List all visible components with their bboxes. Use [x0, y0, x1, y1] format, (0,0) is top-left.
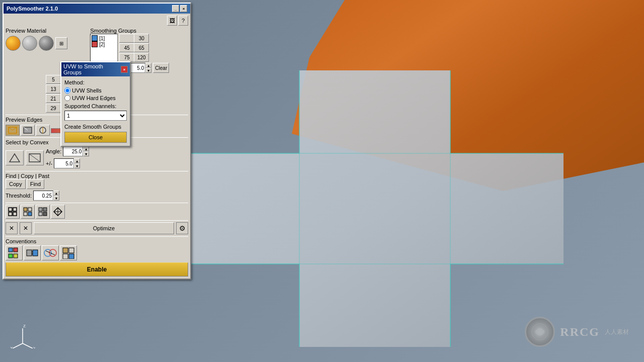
- sg-btn-120[interactable]: 120: [134, 53, 149, 62]
- find-copy-row: Copy Find: [6, 179, 188, 189]
- angle-row: Angle: ▲ ▼: [46, 146, 89, 156]
- uvw-close-button[interactable]: ×: [121, 66, 128, 73]
- svg-rect-48: [63, 254, 68, 259]
- sg-21[interactable]: 21: [46, 94, 61, 103]
- threshold-spinner: ▲ ▼: [33, 191, 59, 201]
- pm-up[interactable]: ▲: [74, 158, 80, 163]
- preview-material-row: ⊞: [6, 36, 87, 51]
- create-sg-label: Create Smooth Groups: [64, 124, 127, 130]
- conv-btn-2[interactable]: [24, 245, 41, 260]
- convex-btn-2[interactable]: [26, 150, 44, 165]
- orange-terrain: [292, 0, 644, 191]
- sg-btn-45[interactable]: 45: [119, 43, 134, 52]
- pe-btn-1[interactable]: [6, 125, 20, 136]
- sg-num-grid-small: 30 45 65 75 120: [119, 34, 148, 62]
- gear-icon-btn[interactable]: ⚙: [176, 222, 188, 234]
- radio-uvw-hard-edges: UVW Hard Edges: [64, 95, 127, 101]
- pe-btn-2[interactable]: [21, 125, 35, 136]
- sg-swatch-1: [92, 35, 98, 41]
- svg-rect-38: [14, 254, 18, 258]
- threshold-up[interactable]: ▲: [53, 191, 59, 196]
- material-ball-dark[interactable]: [39, 36, 54, 51]
- watermark-subtext: 人人素材: [605, 328, 629, 336]
- conv-btn-3[interactable]: [42, 245, 59, 260]
- divider-5: [6, 220, 188, 221]
- close-button[interactable]: ×: [180, 5, 187, 12]
- svg-rect-22: [13, 208, 17, 211]
- svg-rect-32: [43, 212, 47, 216]
- material-ball-orange[interactable]: [6, 36, 21, 51]
- minimize-button[interactable]: _: [172, 5, 179, 12]
- sg-btn-75[interactable]: 75: [119, 53, 134, 62]
- pm-down[interactable]: ▼: [74, 163, 80, 168]
- sg-29[interactable]: 29: [46, 104, 61, 113]
- uvw-title-text: UVW to Smooth Groups: [63, 63, 121, 75]
- svg-line-13: [9, 127, 13, 130]
- title-bar: PolySmoother 2.1.0 _ ×: [4, 4, 190, 14]
- sg-color-list: [1] [2]: [90, 34, 118, 62]
- plus-minus-label: +/-: [46, 160, 52, 166]
- sg-btn-empty[interactable]: [119, 34, 134, 43]
- sg-btn-65[interactable]: 65: [134, 43, 149, 52]
- material-ball-gray[interactable]: [22, 36, 37, 51]
- svg-line-7: [13, 343, 23, 348]
- svg-rect-39: [27, 250, 32, 256]
- divider-6: [6, 236, 188, 237]
- svg-rect-26: [28, 208, 32, 211]
- svg-text:X: X: [10, 346, 13, 348]
- svg-rect-46: [63, 248, 68, 253]
- threshold-down[interactable]: ▼: [53, 196, 59, 201]
- grid-icon-3[interactable]: [36, 205, 50, 219]
- svg-text:Y: Y: [33, 346, 35, 348]
- sg-5[interactable]: 5: [46, 75, 61, 84]
- grid-icon-1[interactable]: [6, 205, 20, 219]
- angle-input[interactable]: [63, 146, 83, 156]
- svg-rect-25: [24, 208, 27, 211]
- sg-btn-30[interactable]: 30: [134, 34, 149, 43]
- angle-up[interactable]: ▲: [83, 146, 89, 151]
- x-icon-1[interactable]: ✕: [6, 222, 18, 234]
- sg-label-2: [2]: [99, 42, 105, 47]
- axis-indicator: Z Y X: [10, 323, 35, 349]
- angle-arrows: ▲ ▼: [83, 146, 89, 156]
- svg-rect-24: [13, 212, 17, 216]
- svg-rect-23: [9, 212, 12, 216]
- spinner-up[interactable]: ▲: [145, 63, 151, 68]
- pe-btn-3[interactable]: [36, 125, 50, 136]
- angle-down[interactable]: ▼: [83, 151, 89, 156]
- radio-uvw-shells: UVW Shells: [64, 87, 127, 94]
- radio-hard-edges-input[interactable]: [64, 95, 70, 101]
- uvw-close-btn[interactable]: Close: [64, 132, 127, 143]
- spinner-down[interactable]: ▼: [145, 68, 151, 73]
- grid-icon-4[interactable]: [51, 205, 65, 219]
- radio-shells-input[interactable]: [64, 87, 70, 94]
- sg-13[interactable]: 13: [46, 84, 61, 94]
- uvw-popup: UVW to Smooth Groups × Method: UVW Shell…: [60, 61, 131, 147]
- plus-minus-row: +/- ▲ ▼: [46, 158, 89, 168]
- help-icon-btn[interactable]: ?: [178, 16, 188, 26]
- angle-spinner: ▲ ▼: [63, 146, 89, 156]
- x-icon-2[interactable]: ✕: [20, 222, 32, 234]
- sg-color-item-1: [1]: [92, 35, 116, 41]
- clear-button[interactable]: Clear: [153, 63, 169, 73]
- grid-icons-row: [6, 205, 188, 219]
- find-button[interactable]: Find: [27, 179, 44, 189]
- threshold-input[interactable]: [33, 191, 53, 201]
- screenshot-icon-btn[interactable]: 🖼: [167, 16, 177, 26]
- threshold-label: Threshold:: [6, 193, 32, 199]
- copy-button[interactable]: Copy: [6, 179, 26, 189]
- channel-select[interactable]: 1 2 3: [64, 111, 127, 121]
- watermark: RRCG 人人素材: [525, 317, 629, 347]
- grid-icon-2[interactable]: [21, 205, 35, 219]
- enable-button[interactable]: Enable: [6, 262, 188, 277]
- pm-input[interactable]: [54, 158, 74, 168]
- convex-btn-1[interactable]: [6, 150, 24, 165]
- conv-btn-4[interactable]: [60, 245, 77, 260]
- conv-btn-1[interactable]: [6, 245, 23, 260]
- conversions-label: Conventions: [6, 238, 188, 244]
- optimize-button[interactable]: Optimize: [34, 222, 174, 234]
- material-settings-btn[interactable]: ⊞: [55, 37, 67, 49]
- svg-rect-28: [28, 212, 32, 216]
- svg-rect-27: [24, 212, 27, 216]
- channels-label: Supported Channels:: [64, 103, 127, 109]
